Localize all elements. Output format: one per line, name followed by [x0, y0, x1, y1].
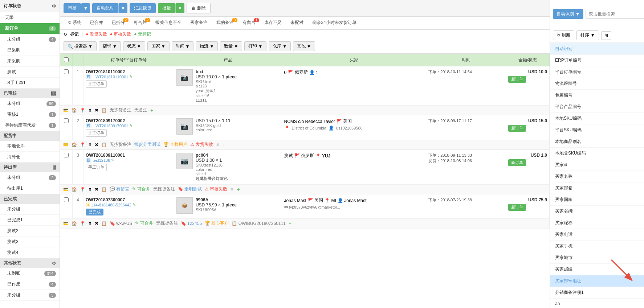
dropdown-item-buyer-mobile[interactable]: 买家手机: [550, 241, 644, 252]
row3-order-id[interactable]: OWT201809110001: [86, 153, 172, 158]
batch-button[interactable]: 批量: [158, 3, 175, 13]
sidebar-item-overseas-wh[interactable]: 海外仓: [0, 152, 60, 163]
dropdown-item-erp[interactable]: ERP订单编号: [550, 55, 644, 66]
row1-add-action[interactable]: +: [150, 107, 153, 113]
row3-has-note[interactable]: 💬 有留言: [110, 186, 129, 192]
status-filter-btn[interactable]: 状态 ▼: [123, 41, 145, 51]
filter-split[interactable]: 已拆分 2: [107, 17, 129, 29]
sidebar-item-completed-ungroup[interactable]: 未分组: [0, 204, 60, 215]
delete-button[interactable]: 🗑 删除: [187, 3, 211, 13]
sidebar-settings-icon[interactable]: ⚙: [52, 4, 56, 9]
grid-view-button[interactable]: ⊞: [601, 31, 611, 40]
audit-dropdown-button[interactable]: ▼: [81, 3, 90, 13]
row3-platform-id[interactable]: test12138: [93, 158, 110, 163]
dropdown-item-buyer-email[interactable]: 买家邮箱: [550, 182, 644, 194]
filter-buyer-note[interactable]: 买家备注: [186, 17, 212, 29]
dropdown-item-buyer-province[interactable]: 买家省/州: [550, 206, 644, 217]
filter-unmatched[interactable]: 未配对: [286, 17, 308, 29]
row3-add-action[interactable]: +: [237, 186, 240, 192]
sidebar-item-new-ungroup[interactable]: 未分组 4: [0, 34, 60, 45]
dropdown-item-buyer-city[interactable]: 买家城市: [550, 252, 644, 264]
sidebar-item-pending-ungroup[interactable]: 未分组 2: [0, 172, 60, 183]
filter-merged[interactable]: 已合并: [86, 17, 107, 29]
row2-edit-icon[interactable]: ✎: [129, 123, 133, 128]
filter-urgent[interactable]: 剩余24小时未发货订单: [308, 17, 360, 29]
sidebar-section-other[interactable]: 其他状态 ⚙: [0, 258, 60, 268]
sidebar-section-audited[interactable]: 已审核 93: [0, 89, 60, 98]
row1-checkbox[interactable]: [64, 69, 69, 74]
mark-refresh-icon[interactable]: ↻: [64, 32, 67, 37]
row3-checkbox[interactable]: [64, 153, 69, 157]
time-filter-btn[interactable]: 时间 ▼: [172, 41, 194, 51]
row1-platform-id[interactable]: HWT201810110001: [93, 75, 128, 79]
filter-my-note[interactable]: 我的备注 3: [212, 17, 238, 29]
sidebar-item-manual1[interactable]: S手工单1: [0, 78, 60, 89]
sidebar-item-completed1[interactable]: 已完成1: [0, 215, 60, 226]
auto-dropdown-button[interactable]: ▼: [118, 3, 127, 13]
row3-fail-x[interactable]: ✖: [230, 187, 234, 192]
print-filter-btn[interactable]: 打印 ▼: [244, 41, 266, 51]
audit-fail-tag[interactable]: ● 审核失败: [110, 31, 131, 37]
row2-add-action[interactable]: +: [223, 142, 225, 148]
sort-button[interactable]: 排序 ▼: [576, 30, 599, 40]
dropdown-item-buyer-nickname[interactable]: 买家昵称: [550, 217, 644, 229]
sidebar-item-local-wh[interactable]: 本地仓库: [0, 141, 60, 152]
row4-platform-id[interactable]: 114-8181480-5295442: [91, 203, 131, 207]
no-mark-tag[interactable]: ● 无标记: [134, 31, 151, 37]
collect-button[interactable]: 汇总揽货: [130, 3, 156, 13]
warehouse-filter-btn[interactable]: 仓库 ▼: [269, 41, 291, 51]
quantity-filter-btn[interactable]: 数量 ▼: [220, 41, 242, 51]
sidebar-item-new-order[interactable]: 新订单 4: [0, 23, 60, 34]
ship-fail-tag[interactable]: ● 发货失败: [86, 31, 107, 37]
row4-edit-icon[interactable]: ✎: [133, 202, 136, 207]
dropdown-item-buyer-country[interactable]: 买家国家: [550, 194, 644, 206]
refresh-button[interactable]: ↻ 刷新: [553, 30, 574, 40]
dropdown-item-package[interactable]: 包裹编号: [550, 90, 644, 101]
dropdown-item-buyer-phone[interactable]: 买家电话: [550, 229, 644, 241]
country-filter-btn[interactable]: 国家 ▼: [147, 41, 170, 51]
dropdown-item-local-sku[interactable]: 本地SKU编码: [550, 113, 644, 124]
select-all-checkbox[interactable]: [64, 57, 69, 62]
row3-audit-fail[interactable]: ⚠ 审核失败: [205, 186, 227, 192]
filter-report[interactable]: 报关信息不全: [151, 17, 186, 29]
sidebar-item-supplier[interactable]: 等待供应商代发 1: [0, 120, 60, 131]
auto-detect-button[interactable]: 自动识别 ▼: [553, 9, 583, 19]
sidebar-item-other-ungroup[interactable]: 未分组 3: [0, 290, 60, 301]
store-filter-btn[interactable]: 店铺 ▼: [99, 41, 121, 51]
batch-search-input[interactable]: [586, 10, 644, 19]
row4-order-id[interactable]: OWT201807300007: [86, 197, 172, 202]
row3-test-label[interactable]: 🔖 圭明测试: [178, 186, 202, 192]
row1-no-pick-note[interactable]: 无拣货备注: [110, 107, 131, 113]
row2-gold-user[interactable]: 🏆 金牌用户: [163, 141, 187, 148]
row2-category-test[interactable]: 揽货分类测试: [134, 141, 160, 148]
dropdown-item-platform-product[interactable]: 平台产品编号: [550, 101, 644, 113]
dropdown-item-buyer-name[interactable]: 买家名称: [550, 171, 644, 182]
sidebar-item-test[interactable]: 测试: [0, 67, 60, 78]
filter-mergeable[interactable]: 可合并 2: [129, 17, 151, 29]
row2-fail-x[interactable]: ✖: [216, 142, 220, 147]
sidebar-item-voided[interactable]: 已作废 4: [0, 279, 60, 290]
sidebar-settings2-icon[interactable]: ⚙: [52, 261, 56, 266]
batch-dropdown-button[interactable]: ▼: [175, 3, 184, 13]
dropdown-item-aa[interactable]: aa: [550, 299, 644, 308]
filter-has-note[interactable]: 有留言 1: [238, 17, 260, 29]
row1-edit-icon[interactable]: ✎: [129, 74, 133, 79]
row4-add-action[interactable]: +: [289, 221, 292, 226]
dropdown-item-local-parent-sku[interactable]: 本地父SKU编码: [550, 148, 644, 159]
row2-checkbox[interactable]: [64, 118, 69, 123]
row1-no-note[interactable]: 无备注: [134, 107, 147, 113]
row4-vip[interactable]: 🏆 核心客户: [205, 220, 229, 226]
row4-mergeable[interactable]: ✎ 可合并: [135, 220, 153, 226]
row4-no-pick-note[interactable]: 无拣货备注: [156, 220, 178, 226]
row4-checkbox[interactable]: [64, 197, 69, 202]
sidebar-item-purchased[interactable]: 已采购: [0, 45, 60, 56]
audit-button[interactable]: 审核: [64, 3, 81, 13]
dropdown-item-distributor-note[interactable]: 分销商备注项1: [550, 287, 644, 299]
dropdown-item-buyer-id[interactable]: 买家id: [550, 159, 644, 171]
sidebar-section-pending-out[interactable]: 待出库 2: [0, 163, 60, 172]
row2-ship-fail[interactable]: ⚠ 发货失败: [190, 141, 213, 148]
sidebar-item-pending1[interactable]: 待出库1: [0, 183, 60, 194]
row3-no-pick-note[interactable]: 无拣货备注: [153, 186, 175, 192]
row3-mergeable[interactable]: ✎ 可合并: [132, 186, 150, 192]
search-filter-btn[interactable]: 🔍 搜索器 ▼: [64, 41, 97, 51]
